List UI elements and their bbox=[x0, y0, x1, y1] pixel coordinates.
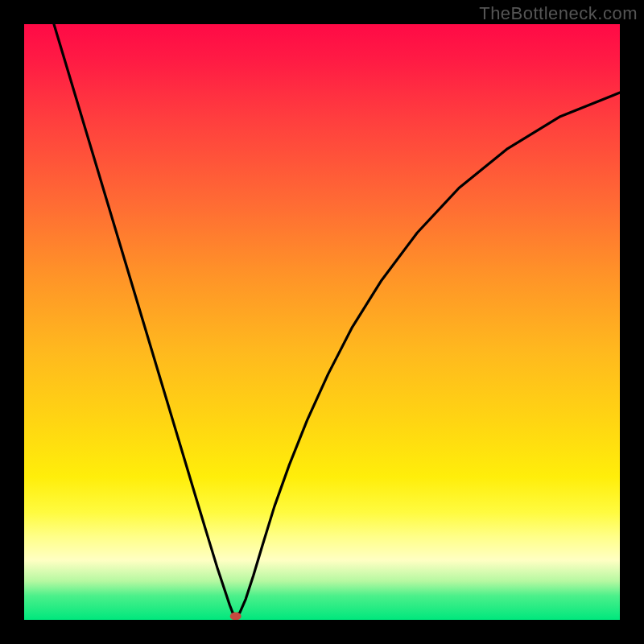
plot-area bbox=[24, 24, 620, 620]
bottleneck-curve-svg bbox=[24, 24, 620, 620]
watermark-text: TheBottleneck.com bbox=[479, 3, 638, 24]
chart-frame: TheBottleneck.com bbox=[0, 0, 644, 644]
bottleneck-curve bbox=[54, 24, 620, 615]
